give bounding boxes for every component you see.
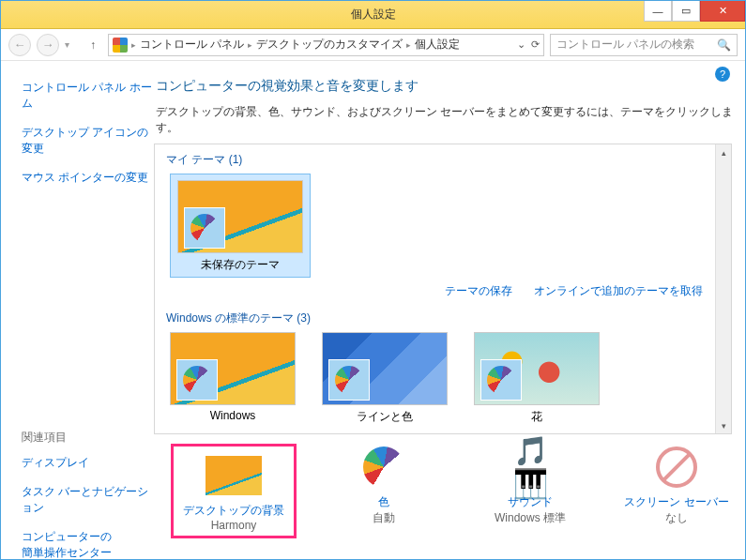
related-items-header: 関連項目 [22, 430, 154, 446]
setting-value: なし [617, 510, 736, 526]
setting-title: デスクトップの背景 [174, 503, 294, 519]
forward-button[interactable]: → [37, 34, 59, 56]
main-panel: ? コンピューターの視覚効果と音を変更します デスクトップの背景、色、サウンド、… [154, 61, 745, 559]
page-description: デスクトップの背景、色、サウンド、およびスクリーン セーバーをまとめて変更するに… [156, 104, 736, 136]
setting-desktop-background[interactable]: デスクトップの背景 Harmony [171, 444, 297, 538]
theme-label: ラインと色 [357, 410, 413, 423]
up-button[interactable]: ↑ [84, 36, 102, 54]
get-themes-online-link[interactable]: オンラインで追加のテーマを取得 [534, 284, 703, 297]
sound-icon: 🎵🎹 [502, 444, 558, 491]
screensaver-none-icon [648, 444, 705, 491]
content-area: コントロール パネル ホーム デスクトップ アイコンの変更 マウス ポインターの… [1, 61, 745, 559]
help-icon[interactable]: ? [715, 67, 730, 82]
wallpaper-icon [206, 452, 262, 499]
theme-label: 未保存のテーマ [201, 258, 280, 271]
sidebar-desktop-icons[interactable]: デスクトップ アイコンの変更 [22, 125, 154, 157]
save-theme-link[interactable]: テーマの保存 [445, 284, 512, 297]
theme-label: 花 [531, 410, 542, 423]
themes-panel: ▴ ▾ マイ テーマ (1) 未保存のテーマ テーマの保存 オンラインで追加のテ… [154, 144, 732, 434]
maximize-button[interactable]: ▭ [672, 1, 700, 22]
sidebar-mouse-pointers[interactable]: マウス ポインターの変更 [22, 170, 154, 186]
setting-value: 自動 [325, 510, 443, 526]
sidebar-ease-of-access[interactable]: コンピューターの簡単操作センター [22, 529, 154, 560]
chevron-right-icon: ▸ [248, 40, 252, 50]
setting-value: Harmony [174, 519, 294, 532]
page-title: コンピューターの視覚効果と音を変更します [156, 78, 736, 95]
search-input[interactable]: コントロール パネルの検索 🔍 [550, 34, 738, 56]
default-themes-header: Windows の標準のテーマ (3) [166, 310, 731, 326]
theme-unsaved[interactable]: 未保存のテーマ [170, 174, 311, 278]
my-themes-header: マイ テーマ (1) [166, 152, 731, 168]
theme-windows[interactable]: Windows [170, 332, 296, 425]
theme-flower[interactable]: 花 [474, 332, 600, 425]
sidebar-taskbar[interactable]: タスク バーとナビゲーション [22, 484, 154, 516]
settings-row: デスクトップの背景 Harmony 色 自動 🎵🎹 サウンド Windows 標… [154, 434, 736, 538]
crumb-desktop-customize[interactable]: デスクトップのカスタマイズ [256, 37, 403, 53]
back-button[interactable]: ← [8, 34, 31, 56]
theme-actions: テーマの保存 オンラインで追加のテーマを取得 [155, 278, 731, 303]
sidebar-display[interactable]: ディスプレイ [22, 455, 154, 471]
history-dropdown-icon[interactable]: ▾ [65, 39, 78, 50]
setting-sounds[interactable]: 🎵🎹 サウンド Windows 標準 [471, 444, 589, 538]
window-title: 個人設定 [1, 7, 745, 23]
close-button[interactable]: ✕ [700, 1, 745, 22]
window-controls: — ▭ ✕ [644, 1, 745, 22]
color-fan-icon [356, 444, 412, 491]
setting-screensaver[interactable]: スクリーン セーバー なし [617, 444, 736, 538]
address-bar[interactable]: ▸ コントロール パネル ▸ デスクトップのカスタマイズ ▸ 個人設定 ⌄ ⟳ [108, 34, 544, 56]
search-placeholder: コントロール パネルの検索 [556, 37, 694, 53]
navigation-toolbar: ← → ▾ ↑ ▸ コントロール パネル ▸ デスクトップのカスタマイズ ▸ 個… [1, 29, 745, 61]
scroll-up-icon[interactable]: ▴ [716, 144, 731, 160]
color-swatch-icon [184, 207, 225, 249]
color-swatch-icon [176, 359, 218, 401]
control-panel-icon [113, 38, 128, 53]
setting-color[interactable]: 色 自動 [325, 444, 443, 538]
sidebar-home[interactable]: コントロール パネル ホーム [22, 80, 154, 112]
crumb-personalization[interactable]: 個人設定 [415, 37, 460, 53]
color-swatch-icon [480, 359, 522, 401]
minimize-button[interactable]: — [644, 1, 672, 22]
title-bar: 個人設定 — ▭ ✕ [1, 1, 745, 29]
setting-title: 色 [325, 494, 443, 510]
setting-value: Windows 標準 [471, 510, 589, 526]
setting-title: スクリーン セーバー [617, 494, 736, 510]
theme-lines[interactable]: ラインと色 [322, 332, 448, 425]
chevron-right-icon: ▸ [131, 40, 136, 50]
sidebar: コントロール パネル ホーム デスクトップ アイコンの変更 マウス ポインターの… [1, 61, 154, 559]
scroll-down-icon[interactable]: ▾ [716, 417, 731, 433]
address-dropdown-icon[interactable]: ⌄ [517, 38, 525, 51]
setting-title: サウンド [471, 494, 589, 510]
theme-label: Windows [210, 409, 256, 422]
chevron-right-icon: ▸ [406, 40, 411, 50]
crumb-control-panel[interactable]: コントロール パネル [140, 37, 244, 53]
search-icon: 🔍 [717, 38, 731, 52]
refresh-icon[interactable]: ⟳ [531, 38, 540, 51]
scrollbar[interactable]: ▴ ▾ [715, 144, 731, 433]
color-swatch-icon [328, 359, 370, 401]
